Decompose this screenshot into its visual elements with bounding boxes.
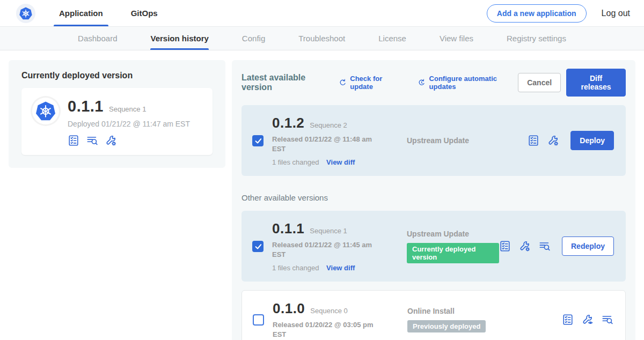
app-version-logo	[32, 98, 59, 124]
main-content: Currently deployed version 0.1.1 Sequenc…	[0, 50, 644, 340]
edit-config-icon[interactable]	[547, 135, 559, 146]
edit-config-icon[interactable]	[105, 135, 117, 146]
version-checkbox[interactable]	[253, 314, 264, 326]
files-changed-label: 1 files changed	[272, 158, 319, 166]
version-row-0-1-1: 0.1.1 Sequence 1 Released 01/21/22 @ 11:…	[241, 211, 626, 282]
kubernetes-icon	[35, 100, 56, 122]
source-label: Online Install	[407, 307, 562, 315]
check-icon	[254, 136, 262, 145]
version-source: Upstream Update	[390, 136, 528, 145]
redeploy-button[interactable]: Redeploy	[562, 236, 614, 256]
add-application-button[interactable]: Add a new application	[487, 4, 587, 23]
release-notes-icon[interactable]	[68, 135, 79, 146]
sequence-label: Sequence 0	[310, 307, 347, 315]
version-number: 0.1.1	[272, 220, 304, 237]
release-notes-icon[interactable]	[528, 135, 539, 146]
sequence-label: Sequence 2	[310, 121, 347, 129]
version-actions: Deploy	[528, 131, 615, 150]
release-notes-icon[interactable]	[562, 314, 574, 326]
tab-application[interactable]: Application	[57, 0, 105, 26]
check-for-update-label: Check for update	[350, 75, 402, 91]
version-number: 0.1.0	[273, 300, 305, 317]
other-available-versions-title: Other available versions	[241, 193, 626, 202]
source-label: Upstream Update	[407, 136, 528, 145]
released-timestamp: Released 01/20/22 @ 03:05 pm EST	[273, 320, 375, 339]
version-checkbox[interactable]	[252, 241, 264, 252]
files-changed-label: 1 files changed	[272, 264, 319, 272]
deployed-card-title: Currently deployed version	[21, 71, 213, 80]
tab-dashboard[interactable]: Dashboard	[78, 27, 117, 50]
version-row-0-1-2: 0.1.2 Sequence 2 Released 01/21/22 @ 11:…	[241, 105, 626, 176]
version-info: 0.1.0 Sequence 0 Released 01/20/22 @ 03:…	[273, 300, 390, 339]
deployed-timestamp: Deployed 01/21/22 @ 11:47 am EST	[68, 120, 190, 128]
currently-deployed-card: Currently deployed version 0.1.1 Sequenc…	[9, 60, 225, 168]
currently-deployed-badge: Currently deployed version	[407, 243, 499, 263]
source-label: Upstream Update	[407, 230, 499, 238]
available-versions-header: Latest available version Check for updat…	[241, 69, 626, 97]
released-timestamp: Released 01/21/22 @ 11:45 am EST	[272, 240, 374, 259]
available-versions-panel: Latest available version Check for updat…	[232, 60, 635, 340]
version-source: Upstream Update Currently deployed versi…	[390, 230, 499, 263]
version-row-0-1-0: 0.1.0 Sequence 0 Released 01/20/22 @ 03:…	[241, 290, 626, 340]
cancel-button[interactable]: Cancel	[518, 73, 561, 92]
previously-deployed-badge: Previously deployed	[407, 320, 486, 332]
tab-registry-settings[interactable]: Registry settings	[507, 27, 566, 50]
check-icon	[254, 242, 262, 250]
top-nav-tabs: Application GitOps	[57, 0, 184, 26]
view-files-icon[interactable]	[86, 135, 98, 146]
view-config-icon[interactable]	[582, 314, 594, 326]
view-files-icon[interactable]	[539, 240, 551, 252]
version-info: 0.1.1 Sequence 1 Released 01/21/22 @ 11:…	[272, 220, 390, 272]
tab-gitops[interactable]: GitOps	[129, 0, 160, 26]
latest-available-title: Latest available version	[241, 73, 331, 92]
tab-view-files[interactable]: View files	[440, 27, 473, 50]
kubernetes-icon	[19, 6, 33, 20]
configure-auto-updates-label: Configure automatic updates	[429, 75, 518, 91]
release-notes-icon[interactable]	[499, 240, 511, 252]
deployed-version-number: 0.1.1	[68, 98, 104, 115]
tab-license[interactable]: License	[378, 27, 406, 50]
sequence-label: Sequence 1	[310, 227, 347, 235]
auto-update-clock-icon	[418, 78, 426, 87]
app-sub-nav: Dashboard Version history Config Trouble…	[0, 27, 644, 50]
view-diff-link[interactable]: View diff	[326, 158, 355, 166]
version-actions	[562, 314, 614, 326]
tab-version-history[interactable]: Version history	[150, 27, 208, 50]
released-timestamp: Released 01/21/22 @ 11:48 am EST	[272, 135, 374, 153]
top-nav-right: Add a new application Log out	[487, 0, 644, 26]
deploy-button[interactable]: Deploy	[570, 131, 614, 150]
version-info: 0.1.2 Sequence 2 Released 01/21/22 @ 11:…	[272, 115, 390, 166]
version-number: 0.1.2	[272, 115, 304, 131]
deployed-version-info: 0.1.1 Sequence 1 Deployed 01/21/22 @ 11:…	[68, 98, 190, 146]
view-files-icon[interactable]	[602, 314, 613, 326]
logout-link[interactable]: Log out	[602, 9, 630, 18]
configure-auto-updates-link[interactable]: Configure automatic updates	[418, 75, 518, 91]
version-checkbox[interactable]	[252, 135, 264, 146]
deployed-sequence-label: Sequence 1	[109, 105, 146, 113]
top-nav: Application GitOps Add a new application…	[0, 0, 644, 27]
version-actions: Redeploy	[499, 236, 615, 256]
app-logo	[16, 4, 35, 23]
tab-troubleshoot[interactable]: Troubleshoot	[298, 27, 345, 50]
edit-config-icon[interactable]	[519, 240, 531, 252]
check-for-update-link[interactable]: Check for update	[339, 75, 402, 91]
deployed-version-card: 0.1.1 Sequence 1 Deployed 01/21/22 @ 11:…	[21, 88, 213, 155]
view-diff-link[interactable]: View diff	[326, 264, 355, 272]
refresh-icon	[339, 78, 347, 87]
tab-config[interactable]: Config	[242, 27, 265, 50]
version-source: Online Install Previously deployed	[390, 307, 562, 332]
diff-releases-button[interactable]: Diff releases	[566, 69, 626, 97]
